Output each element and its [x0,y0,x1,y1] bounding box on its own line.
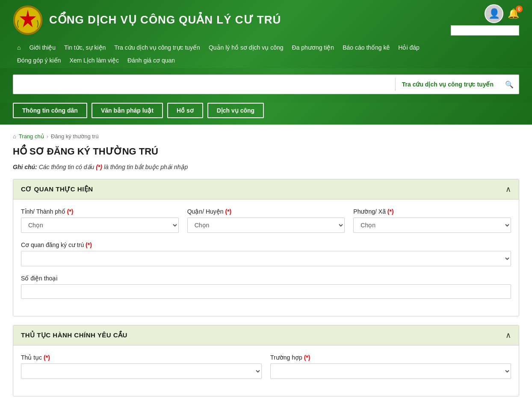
form-row-coquan: Cơ quan đăng ký cư trú (*) [21,241,511,266]
label-phuong: Phường/ Xã (*) [353,208,511,215]
search-label: Tra cứu dịch vụ công trực tuyến [396,81,500,88]
tab-van-ban[interactable]: Văn bản pháp luật [92,103,163,118]
select-co-quan[interactable] [21,251,511,266]
notification-bell[interactable]: 🔔 0 [508,8,519,19]
nav-hoi-dap[interactable]: Hỏi đáp [394,42,423,53]
search-button[interactable]: 🔍 [500,75,519,94]
sub-nav: Đóng góp ý kiến Xem Lịch làm việc Đánh g… [13,55,519,68]
note-text-part: Các thông tin có dấu [39,164,96,170]
note-prefix: Ghi chú: [13,164,37,170]
form-row-phone: Số điện thoại [21,275,511,299]
user-login-input[interactable] [451,25,519,36]
section-co-quan-title: CƠ QUAN THỰC HIỆN [21,185,93,193]
select-tinh[interactable]: Chọn [21,217,179,233]
input-so-dien-thoai[interactable] [21,284,511,299]
content-area: ⌂ Trang chủ › Đăng ký thường trú HỒ SƠ Đ… [0,125,532,411]
note-text: Ghi chú: Các thông tin có dấu (*) là thô… [13,164,519,170]
page-title: HỒ SƠ ĐĂNG KÝ THƯỜNG TRÚ [13,146,519,157]
nav-lich-lam-viec[interactable]: Xem Lịch làm việc [65,55,123,66]
label-tinh: Tỉnh/ Thành phố (*) [21,208,179,215]
section-co-quan: CƠ QUAN THỰC HIỆN ∧ Tỉnh/ Thành phố (*) … [13,179,519,316]
tab-dich-vu-cong[interactable]: Dịch vụ công [207,103,264,118]
label-so-dien-thoai: Số điện thoại [21,275,511,282]
breadcrumb-separator: › [47,133,48,140]
nav-bao-cao[interactable]: Báo cáo thống kê [338,42,394,53]
nav-quan-ly[interactable]: Quản lý hồ sơ dịch vụ công [204,42,288,53]
site-title: CỔNG DỊCH VỤ CÔNG QUẢN LÝ CƯ TRÚ [49,13,281,27]
note-suffix: là thông tin bắt buộc phải nhập [104,164,188,170]
note-required-mark: (*) [96,164,102,170]
select-truong-hop[interactable] [270,363,511,379]
breadcrumb-current: Đăng ký thường trú [51,133,98,140]
label-truong-hop: Trường hợp (*) [270,354,511,361]
section-co-quan-toggle[interactable]: ∧ [505,185,511,194]
tab-thong-tin[interactable]: Thông tin công dân [13,103,87,118]
form-row-location: Tỉnh/ Thành phố (*) Chọn Quận/ Huyện (*)… [21,208,511,233]
notification-count: 0 [516,6,523,12]
nav-tin-tuc[interactable]: Tin tức, sự kiện [60,42,110,53]
nav-tra-cuu[interactable]: Tra cứu dịch vụ công trực tuyến [110,42,204,53]
logo-emblem [13,5,43,35]
field-so-dien-thoai: Số điện thoại [21,275,511,299]
tab-buttons-area: Thông tin công dân Văn bản pháp luật Hồ … [0,103,532,125]
select-quan[interactable]: Chọn [187,217,345,233]
field-phuong: Phường/ Xã (*) Chọn [353,208,511,233]
tab-ho-so[interactable]: Hồ sơ [167,103,203,118]
search-section: Tra cứu dịch vụ công trực tuyến 🔍 [0,68,532,103]
nav-gioi-thieu[interactable]: Giới thiệu [25,42,60,53]
section-thu-tuc-toggle[interactable]: ∧ [505,331,511,340]
field-quan: Quận/ Huyện (*) Chọn [187,208,345,233]
header-right-area: 👤 🔔 0 [451,4,519,36]
label-thu-tuc: Thủ tục (*) [21,354,262,361]
field-thu-tuc: Thủ tục (*) [21,354,262,379]
nav-danh-gia[interactable]: Đánh giá cơ quan [123,55,179,66]
section-co-quan-header[interactable]: CƠ QUAN THỰC HIỆN ∧ [13,179,519,200]
breadcrumb-home-link[interactable]: Trang chủ [19,133,44,140]
form-row-thu-tuc: Thủ tục (*) Trường hợp (*) [21,354,511,379]
nav-da-phuong-tien[interactable]: Đa phương tiện [288,42,339,53]
section-thu-tuc: THỦ TỤC HÀNH CHÍNH YÊU CẦU ∧ Thủ tục (*)… [13,325,519,396]
section-thu-tuc-title: THỦ TỤC HÀNH CHÍNH YÊU CẦU [21,331,127,339]
breadcrumb: ⌂ Trang chủ › Đăng ký thường trú [13,133,519,140]
nav-home[interactable]: ⌂ [13,42,25,53]
field-co-quan: Cơ quan đăng ký cư trú (*) [21,241,511,266]
logo-area: CỔNG DỊCH VỤ CÔNG QUẢN LÝ CƯ TRÚ [13,5,281,35]
avatar[interactable]: 👤 [485,4,503,23]
field-tinh: Tỉnh/ Thành phố (*) Chọn [21,208,179,233]
label-co-quan: Cơ quan đăng ký cư trú (*) [21,241,511,248]
label-quan: Quận/ Huyện (*) [187,208,345,215]
search-input[interactable] [13,75,395,94]
select-thu-tuc[interactable] [21,363,262,379]
section-co-quan-body: Tỉnh/ Thành phố (*) Chọn Quận/ Huyện (*)… [13,200,519,316]
section-thu-tuc-body: Thủ tục (*) Trường hợp (*) [13,345,519,396]
select-phuong[interactable]: Chọn [353,217,511,233]
nav-dong-gop[interactable]: Đóng góp ý kiến [13,55,65,66]
field-truong-hop: Trường hợp (*) [270,354,511,379]
breadcrumb-home-icon: ⌂ [13,133,16,140]
site-header: CỔNG DỊCH VỤ CÔNG QUẢN LÝ CƯ TRÚ 👤 🔔 0 ⌂… [0,0,532,68]
search-bar: Tra cứu dịch vụ công trực tuyến 🔍 [13,74,519,94]
main-nav: ⌂ Giới thiệu Tin tức, sự kiện Tra cứu dị… [13,40,519,55]
section-thu-tuc-header[interactable]: THỦ TỤC HÀNH CHÍNH YÊU CẦU ∧ [13,325,519,345]
